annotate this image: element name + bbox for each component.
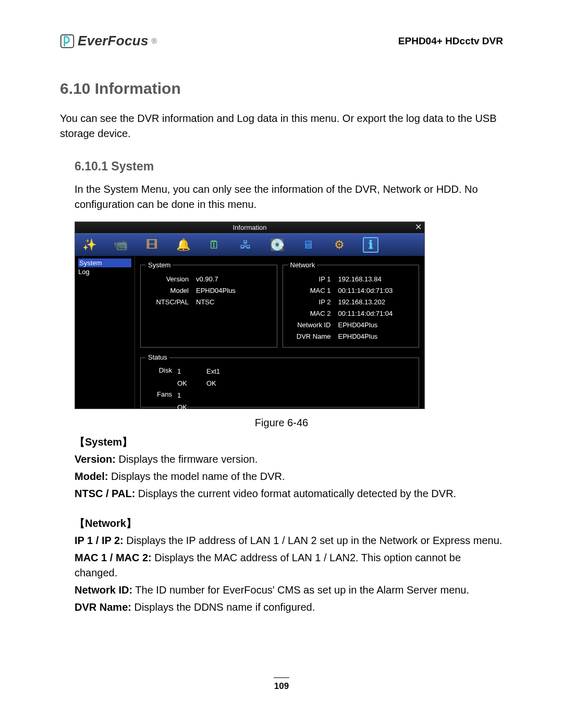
- window-titlebar: Information ✕: [75, 222, 424, 233]
- toolbar: ✨ 📹 🎞 🔔 🗓 🖧 💽 🖥 ⚙ ℹ: [75, 233, 424, 256]
- camera-icon[interactable]: 📹: [113, 237, 128, 253]
- network-group: Network IP 1192.168.13.84 MAC 100:11:14:…: [283, 261, 420, 348]
- status-legend: Status: [146, 353, 169, 363]
- network-legend: Network: [288, 261, 317, 270]
- sidebar-item-log[interactable]: Log: [78, 267, 131, 276]
- product-name: EPHD04+ HDcctv DVR: [398, 34, 503, 48]
- page-number: 109: [60, 677, 503, 693]
- figure-caption: Figure 6-46: [60, 415, 503, 430]
- alarm-icon[interactable]: 🔔: [175, 237, 191, 253]
- record-icon[interactable]: 🎞: [144, 237, 160, 253]
- network-description: 【Network】 IP 1 / IP 2: Displays the IP a…: [75, 516, 503, 615]
- network-icon[interactable]: 🖧: [238, 237, 253, 253]
- wizard-icon[interactable]: ✨: [81, 237, 97, 253]
- section-intro: You can see the DVR information and Log …: [60, 111, 503, 141]
- network-label: 【Network】: [75, 516, 503, 531]
- window-title: Information: [232, 224, 266, 231]
- sidebar-item-system[interactable]: System: [78, 258, 131, 267]
- trademark: ®: [152, 36, 157, 46]
- display-icon[interactable]: 🖥: [300, 237, 316, 253]
- system-label: 【System】: [75, 435, 503, 450]
- schedule-icon[interactable]: 🗓: [206, 237, 222, 253]
- page-header: EverFocus ® EPHD04+ HDcctv DVR: [60, 31, 503, 51]
- brand-name: EverFocus: [78, 31, 149, 51]
- dvr-screenshot: Information ✕ ✨ 📹 🎞 🔔 🗓 🖧 💽 🖥 ⚙ ℹ System…: [75, 221, 425, 409]
- subsection-intro: In the System Menu, you can only see the…: [75, 182, 503, 212]
- system-description: 【System】 Version: Displays the firmware …: [75, 435, 503, 501]
- subsection-heading: 6.10.1 System: [75, 158, 503, 175]
- settings-icon[interactable]: ⚙: [332, 237, 347, 253]
- everfocus-logo-icon: [60, 34, 75, 48]
- system-group: System Versionv0.90.7 ModelEPHD04Plus NT…: [140, 261, 277, 348]
- status-group: Status Disk 1 Ext1 OK OK Fans 1: [140, 353, 419, 408]
- close-icon[interactable]: ✕: [414, 223, 422, 231]
- section-heading: 6.10 Information: [60, 77, 503, 100]
- disk-icon[interactable]: 💽: [269, 237, 285, 253]
- info-icon[interactable]: ℹ: [363, 237, 378, 253]
- system-legend: System: [146, 261, 173, 270]
- main-panel: System Versionv0.90.7 ModelEPHD04Plus NT…: [135, 256, 424, 409]
- brand-logo: EverFocus ®: [60, 31, 157, 51]
- sidebar: System Log: [75, 256, 135, 409]
